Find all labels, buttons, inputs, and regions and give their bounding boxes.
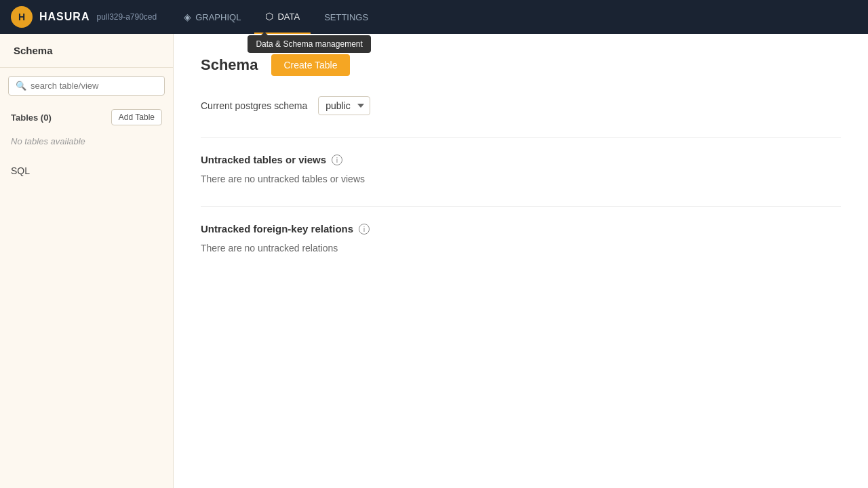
data-icon: ⬡ [265, 11, 273, 22]
main-content: Schema Create Table Current postgres sch… [174, 34, 868, 488]
search-input[interactable] [31, 81, 157, 91]
sidebar-search-container: 🔍 [8, 76, 165, 96]
add-table-button[interactable]: Add Table [111, 109, 162, 125]
untracked-relations-section: Untracked foreign-key relations i There … [201, 223, 841, 253]
search-icon: 🔍 [16, 81, 26, 91]
sidebar-sql-link[interactable]: SQL [0, 157, 173, 184]
untracked-relations-title: Untracked foreign-key relations [201, 223, 353, 235]
sidebar: Schema 🔍 Tables (0) Add Table No tables … [0, 34, 174, 488]
brand-name: HASURA [39, 11, 90, 23]
nav-item-settings[interactable]: SETTINGS [313, 0, 379, 34]
nav-item-data-label: DATA [277, 12, 300, 22]
graphiql-icon: ◈ [184, 12, 191, 22]
untracked-tables-info-icon[interactable]: i [332, 155, 342, 165]
sidebar-tables-header: Tables (0) Add Table [0, 104, 173, 131]
untracked-relations-header: Untracked foreign-key relations i [201, 223, 841, 235]
divider-2 [201, 206, 841, 207]
sidebar-tables-label: Tables (0) [11, 113, 52, 123]
untracked-relations-empty: There are no untracked relations [201, 243, 841, 253]
nav-item-graphiql-label: GRAPHIQL [195, 12, 241, 22]
brand-logo: H [11, 6, 33, 28]
content-header: Schema Create Table [201, 54, 841, 76]
schema-row: Current postgres schema public [201, 96, 841, 115]
untracked-tables-empty: There are no untracked tables or views [201, 174, 841, 184]
untracked-relations-info-icon[interactable]: i [359, 224, 370, 235]
page-title: Schema [201, 56, 258, 74]
sidebar-schema-header: Schema [0, 34, 173, 68]
untracked-tables-section: Untracked tables or views i There are no… [201, 154, 841, 184]
main-layout: Schema 🔍 Tables (0) Add Table No tables … [0, 34, 868, 488]
schema-row-label: Current postgres schema [201, 100, 307, 111]
untracked-tables-title: Untracked tables or views [201, 154, 326, 165]
sidebar-no-tables: No tables available [0, 131, 173, 152]
nav-item-settings-label: SETTINGS [324, 12, 368, 22]
create-table-button[interactable]: Create Table [271, 54, 349, 76]
schema-select[interactable]: public [318, 96, 370, 115]
brand-version: pull329-a790ced [96, 12, 157, 22]
brand: H HASURA pull329-a790ced [11, 6, 157, 28]
nav-items: ◈ GRAPHIQL ⬡ DATA Data & Schema manageme… [173, 0, 379, 34]
nav-item-graphiql[interactable]: ◈ GRAPHIQL [173, 0, 252, 34]
divider-1 [201, 137, 841, 138]
data-tooltip: Data & Schema management [248, 35, 370, 53]
nav-item-data[interactable]: ⬡ DATA Data & Schema management [254, 0, 311, 34]
untracked-tables-header: Untracked tables or views i [201, 154, 841, 165]
top-navigation: H HASURA pull329-a790ced ◈ GRAPHIQL ⬡ DA… [0, 0, 868, 34]
